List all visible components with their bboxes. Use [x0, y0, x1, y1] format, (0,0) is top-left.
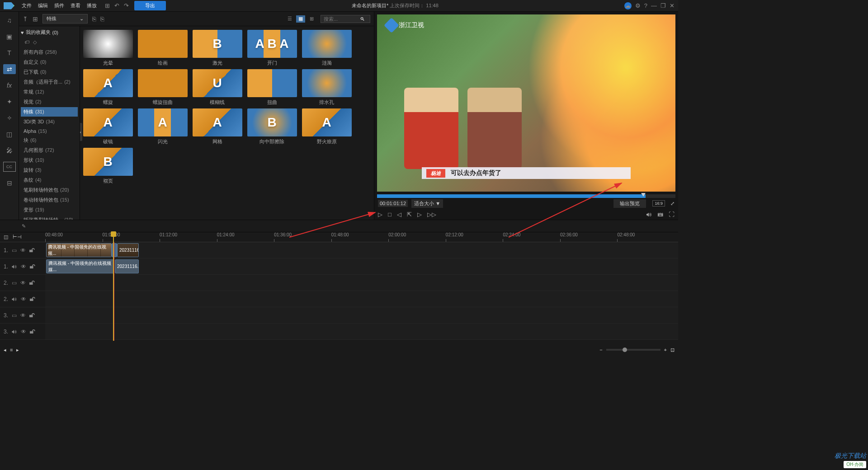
category-10[interactable]: 形状(10) [21, 155, 78, 165]
large-grid-icon[interactable]: ⊞ [307, 15, 316, 23]
output-preview-button[interactable]: 输出预览 [613, 199, 646, 208]
stop-icon[interactable]: □ [388, 211, 392, 218]
collapse-handle[interactable]: ◂ [80, 123, 82, 141]
lock-icon[interactable]: 🔓︎ [29, 312, 35, 319]
next-frame-icon[interactable]: ▷ [417, 211, 422, 218]
audio-clip-2[interactable]: 20231116... [115, 259, 139, 273]
timeline-ruler[interactable]: ◫ ⊢⊣ 00:48:0001:00:0001:12:0001:24:0001:… [0, 232, 678, 242]
prev-frame-icon[interactable]: ◁ [397, 211, 401, 218]
transition-item-14[interactable]: A野火燎原 [301, 108, 353, 145]
import-icon[interactable]: ⤒ [23, 15, 28, 23]
track-body[interactable] [45, 291, 678, 307]
sparkle-icon[interactable]: ✧ [3, 113, 16, 123]
expand-icon[interactable]: ⤢ [670, 201, 675, 207]
transition-clip[interactable] [112, 243, 117, 257]
category-0[interactable]: 自定义(0) [21, 57, 78, 67]
media-icon[interactable]: ♫ [3, 15, 16, 25]
category-11[interactable]: 旋转(3) [21, 165, 78, 175]
transition-item-1[interactable]: 绘画 [137, 30, 189, 66]
menu-edit[interactable]: 编辑 [38, 2, 48, 9]
category-dropdown[interactable]: 特殊⌄ [42, 14, 88, 24]
snapshot-icon[interactable]: 📷︎ [657, 211, 663, 218]
video-clip-1[interactable]: 腾讯视频 - 中国领先的在线视频... [46, 243, 112, 257]
visibility-icon[interactable]: 👁︎ [20, 280, 26, 286]
category-6[interactable]: 3D/类 3D(34) [21, 117, 78, 127]
fit-dropdown[interactable]: 适合大小 ▼ [411, 199, 443, 208]
transition-item-8[interactable]: 扭曲 [246, 69, 298, 106]
transition-item-0[interactable]: 光晕 [82, 30, 134, 66]
all-content[interactable]: 所有内容(258) [21, 47, 78, 57]
clip-icon[interactable]: ⇱ [407, 211, 412, 218]
undo-icon[interactable]: ↶ [114, 2, 119, 9]
zoom-out-icon[interactable]: − [599, 347, 602, 352]
track-type-icon[interactable]: ▭ [12, 280, 17, 286]
timeline-snap-icon[interactable]: ⊢⊣ [13, 234, 22, 240]
lock-icon[interactable]: 🔓︎ [30, 329, 35, 335]
track-type-icon[interactable]: ▭ [12, 247, 17, 254]
visibility-icon[interactable]: 👁︎ [20, 247, 26, 254]
track-type-icon[interactable]: ▭ [12, 312, 17, 319]
tag-outline-icon[interactable]: ◇ [33, 39, 37, 45]
transition-item-4[interactable]: 涟漪 [301, 30, 353, 66]
category-3[interactable]: 常规(12) [21, 87, 78, 97]
transition-item-12[interactable]: A网格 [191, 108, 243, 145]
visibility-icon[interactable]: 👁︎ [21, 296, 26, 302]
transition-item-7[interactable]: U模糊线 [191, 69, 243, 106]
category-8[interactable]: 块(6) [21, 136, 78, 145]
cloud-icon[interactable]: ☁ [624, 2, 632, 9]
redo-icon[interactable]: ↷ [124, 2, 129, 9]
audio-clip-1[interactable]: 腾讯视频 - 中国领先的在线视频媒... [46, 259, 114, 273]
track-type-icon[interactable]: 🔊︎ [12, 296, 17, 302]
transition-item-13[interactable]: B向中部擦除 [246, 108, 298, 145]
transition-item-3[interactable]: A B A开门 [246, 30, 298, 66]
minimize-icon[interactable]: — [651, 2, 657, 9]
transition-item-15[interactable]: B褶页 [82, 148, 134, 184]
menu-file[interactable]: 文件 [22, 2, 32, 9]
favorites-header[interactable]: ♥ 我的收藏夹 (0) [21, 29, 78, 36]
category-14[interactable]: 卷动转场特效包(15) [21, 195, 78, 205]
timeline-tool1-icon[interactable]: ◫ [4, 234, 8, 240]
close-icon[interactable]: ✕ [670, 2, 675, 9]
category-16[interactable]: 纸张撕裂转场特...(10) [21, 215, 78, 220]
transition-item-10[interactable]: A破镜 [82, 108, 134, 145]
seekbar-handle[interactable] [641, 193, 646, 197]
category-2[interactable]: 音频（适用于音...(2) [21, 77, 78, 87]
cc-icon[interactable]: CC [3, 162, 16, 172]
mic-icon[interactable]: 🎤︎ [3, 146, 16, 155]
transition-item-6[interactable]: 螺旋扭曲 [137, 69, 189, 106]
layout-icon[interactable]: ⊞ [105, 2, 110, 9]
lock-icon[interactable]: 🔓︎ [30, 263, 35, 270]
help-icon[interactable]: ? [644, 2, 647, 9]
zoom-fit-icon[interactable]: ⊡ [670, 347, 675, 353]
track-height-icon[interactable]: ≡ [10, 347, 13, 352]
timecode-display[interactable]: 00:01:01:12 [378, 200, 408, 207]
lock-icon[interactable]: 🔓︎ [30, 296, 35, 302]
menu-view[interactable]: 查看 [71, 2, 80, 9]
visibility-icon[interactable]: 👁︎ [20, 312, 26, 319]
folder-icon[interactable]: ⊞ [33, 15, 38, 23]
particle-icon[interactable]: ✦ [3, 97, 16, 107]
scroll-left-icon[interactable]: ◂ [4, 347, 6, 353]
category-4[interactable]: 视觉(2) [21, 97, 78, 107]
transition-item-11[interactable]: A闪光 [137, 108, 189, 145]
category-15[interactable]: 变形(19) [21, 205, 78, 215]
track-type-icon[interactable]: 🔊︎ [12, 329, 17, 335]
track-body[interactable] [45, 324, 678, 339]
copy-icon[interactable]: ⎘ [100, 15, 104, 23]
track-body[interactable]: 腾讯视频 - 中国领先的在线视频媒...20231116... [45, 258, 678, 274]
track-type-icon[interactable]: 🔊︎ [12, 263, 17, 270]
image-icon[interactable]: ▣ [3, 32, 16, 42]
list-view-icon[interactable]: ☰ [285, 15, 294, 23]
track-body[interactable] [45, 307, 678, 323]
aspect-badge[interactable]: 16:9 [652, 200, 665, 207]
play-icon[interactable]: ▷ [378, 211, 382, 218]
visibility-icon[interactable]: 👁︎ [21, 263, 26, 270]
transition-icon[interactable]: ⇄ [3, 64, 16, 74]
new-icon[interactable]: ⎘ [92, 15, 96, 23]
preview-seekbar[interactable] [377, 194, 675, 198]
category-9[interactable]: 几何图形(72) [21, 146, 78, 155]
playhead[interactable] [113, 232, 114, 341]
template-icon[interactable]: ⊟ [3, 178, 16, 188]
search-box[interactable]: 🔍︎ [321, 15, 370, 23]
lock-icon[interactable]: 🔓︎ [29, 247, 35, 254]
